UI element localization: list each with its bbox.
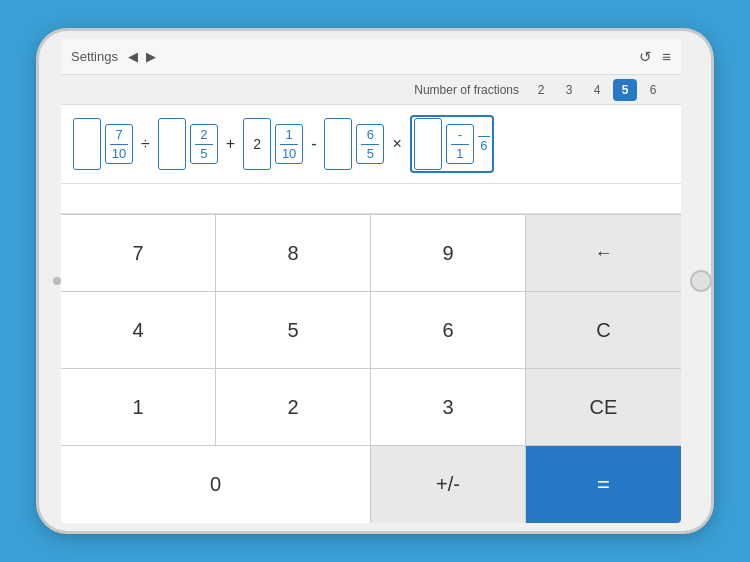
- fraction-1-denominator: 10: [110, 146, 128, 162]
- top-bar-actions: ↺ ≡: [639, 48, 671, 66]
- key-2[interactable]: 2: [216, 369, 371, 446]
- fraction-5-numerator: -: [451, 127, 469, 143]
- fraction-5-display[interactable]: - 1: [446, 124, 474, 164]
- fraction-3[interactable]: 2 1 10: [243, 118, 303, 170]
- key-6[interactable]: 6: [371, 292, 526, 369]
- key-5[interactable]: 5: [216, 292, 371, 369]
- camera-dot: [53, 277, 61, 285]
- operator-1: ÷: [139, 135, 152, 153]
- fraction-1[interactable]: 7 10: [73, 118, 133, 170]
- fraction-4-denominator: 5: [361, 146, 379, 162]
- fraction-1-line: [110, 144, 128, 145]
- fraction-3-denominator: 10: [280, 146, 298, 162]
- fraction-count-3[interactable]: 3: [557, 79, 581, 101]
- settings-label: Settings: [71, 49, 118, 64]
- fraction-2-line: [195, 144, 213, 145]
- home-button[interactable]: [690, 270, 711, 292]
- fraction-1-numerator: 7: [110, 127, 128, 143]
- key-backspace[interactable]: ←: [526, 215, 681, 292]
- fraction-count-bar: Number of fractions 2 3 4 5 6: [61, 75, 681, 105]
- fraction-count-6[interactable]: 6: [641, 79, 665, 101]
- fraction-5-denominator: 1: [451, 146, 469, 162]
- fraction-3-line: [280, 144, 298, 145]
- key-plus-minus[interactable]: +/-: [371, 446, 526, 523]
- top-bar: Settings ◀ ▶ ↺ ≡: [61, 39, 681, 75]
- result-area: [61, 184, 681, 214]
- fraction-1-whole[interactable]: [73, 118, 101, 170]
- menu-button[interactable]: ≡: [662, 48, 671, 65]
- key-1[interactable]: 1: [61, 369, 216, 446]
- key-8[interactable]: 8: [216, 215, 371, 292]
- operator-4: ×: [390, 135, 403, 153]
- operator-3: -: [309, 135, 318, 153]
- fraction-4-line: [361, 144, 379, 145]
- operator-2: +: [224, 135, 237, 153]
- undo-button[interactable]: ↺: [639, 48, 652, 66]
- key-clear-entry[interactable]: CE: [526, 369, 681, 446]
- fraction-number-options: 2 3 4 5 6: [529, 79, 665, 101]
- key-4[interactable]: 4: [61, 292, 216, 369]
- fraction-3-whole[interactable]: 2: [243, 118, 271, 170]
- fraction-3-numerator: 1: [280, 127, 298, 143]
- key-7[interactable]: 7: [61, 215, 216, 292]
- calculator-keyboard: 7 8 9 ← 4 5 6 C 1 2 3 CE 0 +/- =: [61, 214, 681, 523]
- key-0[interactable]: 0: [61, 446, 371, 523]
- fraction-4-whole[interactable]: [324, 118, 352, 170]
- key-clear[interactable]: C: [526, 292, 681, 369]
- fraction-count-5[interactable]: 5: [613, 79, 637, 101]
- fraction-5-whole[interactable]: [414, 118, 442, 170]
- fraction-3-display[interactable]: 1 10: [275, 124, 303, 164]
- fraction-4-numerator: 6: [361, 127, 379, 143]
- ipad-frame: Settings ◀ ▶ ↺ ≡ Number of fractions 2 3…: [39, 31, 711, 531]
- fraction-2-numerator: 2: [195, 127, 213, 143]
- key-9[interactable]: 9: [371, 215, 526, 292]
- fraction-4-display[interactable]: 6 5: [356, 124, 384, 164]
- key-3[interactable]: 3: [371, 369, 526, 446]
- fraction-2-denominator: 5: [195, 146, 213, 162]
- fraction-5-line: [451, 144, 469, 145]
- fraction-count-2[interactable]: 2: [529, 79, 553, 101]
- fraction-2[interactable]: 2 5: [158, 118, 218, 170]
- nav-back-button[interactable]: ◀: [124, 49, 142, 64]
- expression-area: 7 10 ÷ 2 5 + 2 1: [61, 105, 681, 184]
- fraction-2-display[interactable]: 2 5: [190, 124, 218, 164]
- key-equals[interactable]: =: [526, 446, 681, 523]
- fraction-count-4[interactable]: 4: [585, 79, 609, 101]
- fraction-4[interactable]: 6 5: [324, 118, 384, 170]
- fraction-5[interactable]: - 1 6: [410, 115, 494, 173]
- fraction-2-whole[interactable]: [158, 118, 186, 170]
- fraction-bar-label: Number of fractions: [414, 83, 519, 97]
- fraction-1-display[interactable]: 7 10: [105, 124, 133, 164]
- nav-forward-button[interactable]: ▶: [142, 49, 160, 64]
- screen: Settings ◀ ▶ ↺ ≡ Number of fractions 2 3…: [61, 39, 681, 523]
